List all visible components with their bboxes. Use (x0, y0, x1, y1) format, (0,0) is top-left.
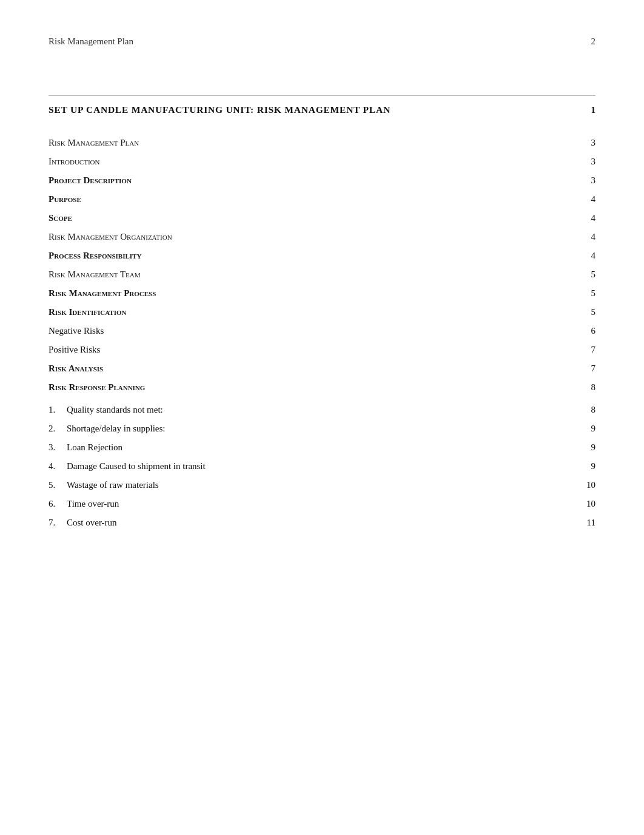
toc-label-9: Risk Identification (49, 307, 126, 317)
toc-label-8: Risk Management Process (49, 288, 156, 299)
toc-item-8: Risk Management Process 5 (49, 284, 595, 303)
toc-number-3: 3. (49, 442, 67, 453)
toc-numbered-left-2: 2. Shortage/delay in supplies: (49, 424, 165, 434)
toc-page-10: 6 (583, 326, 595, 336)
toc-label-10: Negative Risks (49, 326, 104, 336)
toc-page-12: 7 (583, 363, 595, 374)
toc-label-1: Introduction (49, 157, 99, 167)
toc-page-7: 5 (583, 269, 595, 280)
toc-item-3: Purpose 4 (49, 190, 595, 209)
toc-numbered-left-4: 4. Damage Caused to shipment in transit (49, 461, 206, 472)
toc-number-7: 7. (49, 518, 67, 528)
toc-item-11: Positive Risks 7 (49, 340, 595, 359)
toc-label-5: Risk Management Organization (49, 232, 172, 242)
toc-item-9: Risk Identification 5 (49, 303, 595, 322)
toc-numbered-label-3: Loan Rejection (67, 442, 122, 453)
toc-main-label: SET UP CANDLE MANUFACTURING UNIT: RISK M… (49, 104, 391, 115)
toc-numbered-label-1: Quality standards not met: (67, 405, 163, 415)
toc-numbered-page-2: 9 (583, 424, 595, 434)
toc-numbered-page-5: 10 (583, 480, 595, 490)
toc-numbered-page-4: 9 (583, 461, 595, 472)
toc-page-4: 4 (583, 213, 595, 223)
page-header: Risk Management Plan 2 (49, 36, 595, 47)
toc-number-6: 6. (49, 499, 67, 509)
toc-item-1: Introduction 3 (49, 152, 595, 171)
toc-page-5: 4 (583, 232, 595, 242)
toc-numbered-item-1: 1. Quality standards not met: 8 (49, 401, 595, 419)
toc-label-3: Purpose (49, 194, 81, 205)
toc-numbered-item-3: 3. Loan Rejection 9 (49, 438, 595, 457)
page-container: Risk Management Plan 2 SET UP CANDLE MAN… (0, 0, 644, 835)
toc-page-1: 3 (583, 157, 595, 167)
header-title: Risk Management Plan (49, 36, 133, 47)
toc-numbered-label-4: Damage Caused to shipment in transit (67, 461, 206, 472)
toc-numbered-page-7: 11 (583, 518, 595, 528)
toc-item-4: Scope 4 (49, 209, 595, 228)
toc-item-12: Risk Analysis 7 (49, 359, 595, 378)
toc-page-11: 7 (583, 345, 595, 355)
toc-label-7: Risk Management Team (49, 269, 141, 280)
toc-page-0: 3 (583, 138, 595, 148)
toc-numbered-item-5: 5. Wastage of raw materials 10 (49, 476, 595, 495)
toc-number-2: 2. (49, 424, 67, 434)
toc-number-4: 4. (49, 461, 67, 472)
toc-items-container: Risk Management Plan 3 Introduction 3 Pr… (49, 134, 595, 532)
toc-label-11: Positive Risks (49, 345, 100, 355)
toc-page-9: 5 (583, 307, 595, 317)
toc-page-6: 4 (583, 251, 595, 261)
toc-numbered-item-7: 7. Cost over-run 11 (49, 513, 595, 532)
toc-numbered-page-3: 9 (583, 442, 595, 453)
toc-numbered-items: 1. Quality standards not met: 8 2. Short… (49, 401, 595, 532)
toc-item-10: Negative Risks 6 (49, 322, 595, 340)
toc-label-6: Process Responsibility (49, 251, 141, 261)
toc-numbered-label-7: Cost over-run (67, 518, 117, 528)
toc-numbered-item-4: 4. Damage Caused to shipment in transit … (49, 457, 595, 476)
toc-numbered-label-5: Wastage of raw materials (67, 480, 159, 490)
toc-numbered-left-1: 1. Quality standards not met: (49, 405, 163, 415)
toc-number-1: 1. (49, 405, 67, 415)
toc-numbered-item-2: 2. Shortage/delay in supplies: 9 (49, 419, 595, 438)
toc-page-3: 4 (583, 194, 595, 205)
toc-label-2: Project Description (49, 175, 132, 186)
toc-item-0: Risk Management Plan 3 (49, 134, 595, 152)
table-of-contents: SET UP CANDLE MANUFACTURING UNIT: RISK M… (49, 95, 595, 532)
toc-numbered-left-5: 5. Wastage of raw materials (49, 480, 159, 490)
toc-item-2: Project Description 3 (49, 171, 595, 190)
toc-page-8: 5 (583, 288, 595, 299)
toc-numbered-item-6: 6. Time over-run 10 (49, 495, 595, 513)
toc-item-5: Risk Management Organization 4 (49, 228, 595, 246)
toc-item-7: Risk Management Team 5 (49, 265, 595, 284)
toc-numbered-left-6: 6. Time over-run (49, 499, 119, 509)
toc-numbered-left-7: 7. Cost over-run (49, 518, 117, 528)
toc-main-section: SET UP CANDLE MANUFACTURING UNIT: RISK M… (49, 95, 595, 121)
header-page-number: 2 (591, 36, 596, 47)
toc-numbered-label-6: Time over-run (67, 499, 119, 509)
toc-label-4: Scope (49, 213, 72, 223)
toc-page-2: 3 (583, 175, 595, 186)
toc-label-0: Risk Management Plan (49, 138, 139, 148)
toc-numbered-page-6: 10 (583, 499, 595, 509)
toc-label-13: Risk Response Planning (49, 382, 145, 393)
toc-numbered-left-3: 3. Loan Rejection (49, 442, 122, 453)
toc-numbered-label-2: Shortage/delay in supplies: (67, 424, 165, 434)
toc-label-12: Risk Analysis (49, 363, 103, 374)
toc-numbered-page-1: 8 (583, 405, 595, 415)
toc-item-13: Risk Response Planning 8 (49, 378, 595, 397)
toc-number-5: 5. (49, 480, 67, 490)
toc-item-6: Process Responsibility 4 (49, 246, 595, 265)
toc-page-13: 8 (583, 382, 595, 393)
toc-main-page: 1 (591, 105, 596, 115)
